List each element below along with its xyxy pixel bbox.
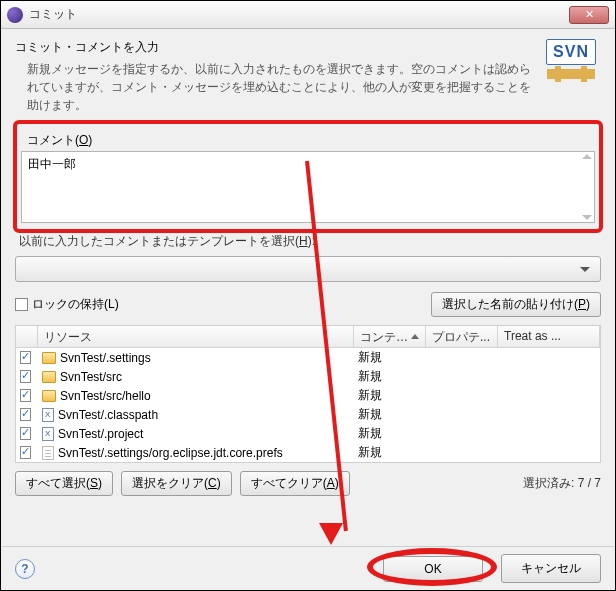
row-content: 新規: [354, 406, 426, 423]
comment-textarea[interactable]: 田中一郎: [21, 151, 595, 223]
paste-names-button[interactable]: 選択した名前の貼り付け(P): [431, 292, 601, 317]
selection-status: 選択済み: 7 / 7: [523, 475, 601, 492]
header-description: 新規メッセージを指定するか、以前に入力されたものを選択できます。空のコメントは認…: [15, 60, 541, 114]
xml-icon: [42, 408, 54, 422]
header-heading: コミット・コメントを入力: [15, 39, 541, 56]
row-checkbox[interactable]: [20, 370, 31, 383]
table-row[interactable]: SvnTest/src/hello新規: [16, 386, 600, 405]
row-name: SvnTest/.project: [58, 427, 143, 441]
folder-icon: [42, 371, 56, 383]
folder-icon: [42, 352, 56, 364]
row-content: 新規: [354, 425, 426, 442]
clear-all-button[interactable]: すべてクリア(A): [240, 471, 350, 496]
comment-value: 田中一郎: [28, 157, 76, 171]
svn-logo: SVN: [541, 39, 601, 99]
lock-label: ロックの保持(L): [32, 296, 119, 313]
ok-button[interactable]: OK: [383, 556, 483, 582]
header: コミット・コメントを入力 新規メッセージを指定するか、以前に入力されたものを選択…: [1, 29, 615, 116]
folder-icon: [42, 390, 56, 402]
col-resource[interactable]: リソース: [38, 326, 354, 347]
help-button[interactable]: ?: [15, 559, 35, 579]
table-row[interactable]: SvnTest/.settings新規: [16, 348, 600, 367]
row-name: SvnTest/.classpath: [58, 408, 158, 422]
col-treat[interactable]: Treat as ...: [498, 326, 600, 347]
row-content: 新規: [354, 444, 426, 461]
lock-checkbox[interactable]: [15, 298, 28, 311]
titlebar: コミット ✕: [1, 1, 615, 29]
close-button[interactable]: ✕: [569, 6, 609, 24]
table-row[interactable]: SvnTest/.project新規: [16, 424, 600, 443]
table-row[interactable]: SvnTest/.settings/org.eclipse.jdt.core.p…: [16, 443, 600, 462]
row-name: SvnTest/src: [60, 370, 122, 384]
row-checkbox[interactable]: [20, 408, 31, 421]
app-icon: [7, 7, 23, 23]
table-row[interactable]: SvnTest/.classpath新規: [16, 405, 600, 424]
row-name: SvnTest/.settings: [60, 351, 151, 365]
select-all-button[interactable]: すべて選択(S): [15, 471, 113, 496]
row-name: SvnTest/.settings/org.eclipse.jdt.core.p…: [58, 446, 283, 460]
row-content: 新規: [354, 387, 426, 404]
table-header: リソース コンテンツ プロパテ... Treat as ...: [16, 326, 600, 348]
row-checkbox[interactable]: [20, 389, 31, 402]
commit-dialog: コミット ✕ コミット・コメントを入力 新規メッセージを指定するか、以前に入力さ…: [0, 0, 616, 591]
row-checkbox[interactable]: [20, 427, 31, 440]
col-props[interactable]: プロパテ...: [426, 326, 498, 347]
scroll-up-icon[interactable]: [582, 154, 592, 159]
comment-label: コメント(O): [21, 130, 595, 149]
row-checkbox[interactable]: [20, 446, 31, 459]
table-row[interactable]: SvnTest/src新規: [16, 367, 600, 386]
row-content: 新規: [354, 368, 426, 385]
chevron-down-icon: [580, 267, 590, 272]
row-content: 新規: [354, 349, 426, 366]
col-content[interactable]: コンテンツ: [354, 326, 426, 347]
xml-icon: [42, 427, 54, 441]
previous-comment-combo[interactable]: [15, 256, 601, 282]
scroll-down-icon[interactable]: [582, 215, 592, 220]
dialog-footer: ? OK キャンセル: [1, 546, 615, 590]
cancel-button[interactable]: キャンセル: [501, 554, 601, 583]
row-name: SvnTest/src/hello: [60, 389, 151, 403]
comment-group-highlight: コメント(O) 田中一郎: [13, 120, 603, 233]
file-icon: [42, 446, 54, 460]
clear-selection-button[interactable]: 選択をクリア(C): [121, 471, 232, 496]
previous-comment-label: 以前に入力したコメントまたはテンプレートを選択(H):: [1, 233, 615, 250]
row-checkbox[interactable]: [20, 351, 31, 364]
window-title: コミット: [29, 6, 569, 23]
annotation-arrow-head: [319, 523, 343, 545]
file-table: リソース コンテンツ プロパテ... Treat as ... SvnTest/…: [15, 325, 601, 463]
